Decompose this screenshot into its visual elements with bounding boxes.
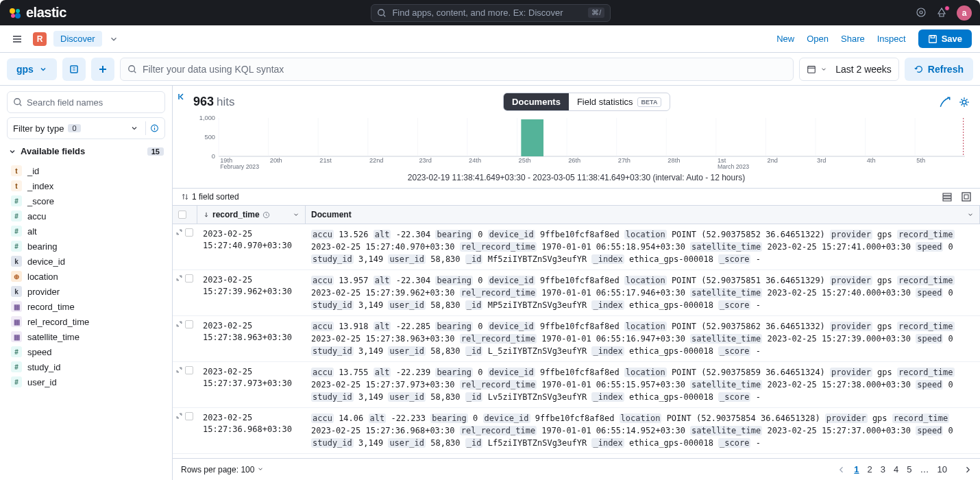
collapse-sidebar-button[interactable] xyxy=(177,91,188,102)
page-10[interactable]: 10 xyxy=(938,464,947,475)
field-item-speed[interactable]: #speed xyxy=(7,344,165,359)
rows-per-page[interactable]: Rows per page: 100 xyxy=(181,465,264,475)
sort-label[interactable]: 1 field sorted xyxy=(192,192,239,202)
svg-text:28th: 28th xyxy=(667,157,680,164)
date-picker[interactable]: Last 2 weeks xyxy=(799,58,899,81)
field-item-record_time[interactable]: ▦record_time xyxy=(7,299,165,314)
svg-text:2nd: 2nd xyxy=(768,157,778,164)
field-item-_id[interactable]: t_id xyxy=(7,163,165,178)
field-item-_score[interactable]: #_score xyxy=(7,193,165,208)
calendar-icon xyxy=(807,64,816,74)
collapse-left-icon xyxy=(177,91,188,102)
expand-icon[interactable] xyxy=(175,412,183,420)
expand-icon[interactable] xyxy=(175,366,183,374)
query-bar: gps Filter your data using KQL syntax La… xyxy=(0,53,980,86)
brand-name: elastic xyxy=(26,5,66,21)
svg-rect-15 xyxy=(808,66,816,73)
display-options-icon[interactable] xyxy=(942,191,953,202)
breadcrumb-discover[interactable]: Discover xyxy=(53,31,102,47)
select-all-checkbox[interactable] xyxy=(173,206,197,224)
field-item-satellite_time[interactable]: ▦satellite_time xyxy=(7,329,165,344)
field-item-alt[interactable]: #alt xyxy=(7,224,165,239)
refresh-button[interactable]: Refresh xyxy=(905,58,973,81)
chevron-down-icon[interactable] xyxy=(293,211,299,218)
row-checkbox[interactable] xyxy=(185,366,193,374)
save-button[interactable]: Save xyxy=(918,29,972,48)
gear-icon[interactable] xyxy=(958,96,970,108)
clock-icon xyxy=(262,211,270,219)
svg-rect-60 xyxy=(521,119,543,156)
field-item-accu[interactable]: #accu xyxy=(7,208,165,224)
field-type-icon: k xyxy=(11,256,22,267)
brand-logo[interactable]: elastic xyxy=(8,5,66,21)
row-checkbox[interactable] xyxy=(185,320,193,328)
histogram-chart[interactable]: 05001,00019thFebruary 202320th21st22nd23… xyxy=(173,115,980,170)
space-selector[interactable]: R xyxy=(33,32,47,46)
expand-icon[interactable] xyxy=(175,320,183,328)
global-search-input[interactable]: Find apps, content, and more. Ex: Discov… xyxy=(371,4,611,22)
field-item-bearing[interactable]: #bearing xyxy=(7,239,165,254)
field-item-rel_record_time[interactable]: ▦rel_record_time xyxy=(7,314,165,329)
column-document[interactable]: Document xyxy=(306,206,980,224)
svg-text:20th: 20th xyxy=(270,157,282,164)
svg-text:24th: 24th xyxy=(469,157,481,164)
field-search-input[interactable]: Search field names xyxy=(7,91,165,113)
page-1[interactable]: 1 xyxy=(854,464,859,475)
chevron-down-icon xyxy=(8,147,16,156)
row-tools xyxy=(173,408,197,453)
chevron-down-icon[interactable] xyxy=(109,34,119,44)
tab-field-statistics[interactable]: Field statisticsBETA xyxy=(569,93,670,110)
pagination: 12345…10 xyxy=(837,464,972,475)
field-name: satellite_time xyxy=(27,332,79,342)
field-name: _score xyxy=(27,196,54,206)
field-item-location[interactable]: ⊕location xyxy=(7,269,165,284)
time-range-label: 2023-02-19 11:38:41.649+03:30 - 2023-03-… xyxy=(173,170,980,188)
open-button[interactable]: Open xyxy=(807,34,829,44)
table-row: 2023-02-2515:27:37.973+03:30 accu 13.755… xyxy=(173,362,980,408)
field-item-user_id[interactable]: #user_id xyxy=(7,374,165,389)
row-checkbox[interactable] xyxy=(185,274,193,283)
column-record-time[interactable]: record_time xyxy=(197,206,306,224)
field-type-icon: # xyxy=(11,346,22,357)
help-icon[interactable] xyxy=(916,7,928,19)
row-checkbox[interactable] xyxy=(185,228,193,237)
page-5[interactable]: 5 xyxy=(907,464,911,475)
chevron-down-icon[interactable] xyxy=(967,211,974,218)
page-2[interactable]: 2 xyxy=(868,464,872,475)
inspect-button[interactable]: Inspect xyxy=(877,34,906,44)
expand-icon[interactable] xyxy=(175,274,183,282)
search-icon xyxy=(127,64,137,74)
field-item-provider[interactable]: kprovider xyxy=(7,284,165,299)
chart-edit-icon[interactable] xyxy=(939,96,951,108)
svg-point-3 xyxy=(15,13,21,19)
fullscreen-icon[interactable] xyxy=(961,191,972,202)
nav-toggle-button[interactable] xyxy=(8,30,26,48)
add-filter-button[interactable] xyxy=(91,58,114,81)
info-icon xyxy=(150,123,159,133)
search-placeholder: Find apps, content, and more. Ex: Discov… xyxy=(392,8,563,18)
available-fields-header[interactable]: Available fields 15 xyxy=(7,143,165,159)
prev-page-icon[interactable] xyxy=(837,466,846,474)
expand-icon[interactable] xyxy=(175,228,183,236)
kql-query-input[interactable]: Filter your data using KQL syntax xyxy=(120,58,794,81)
page-3[interactable]: 3 xyxy=(881,464,885,475)
data-view-selector[interactable]: gps xyxy=(7,58,57,80)
share-button[interactable]: Share xyxy=(841,34,865,44)
field-item-study_id[interactable]: #study_id xyxy=(7,359,165,374)
next-page-icon[interactable] xyxy=(964,466,972,474)
newsfeed-icon[interactable] xyxy=(936,7,948,19)
filter-by-type[interactable]: Filter by type 0 xyxy=(7,117,165,139)
new-button[interactable]: New xyxy=(776,34,794,44)
tab-documents[interactable]: Documents xyxy=(504,93,569,110)
field-name: provider xyxy=(27,287,60,297)
field-info-button[interactable] xyxy=(145,121,159,135)
field-item-device_id[interactable]: kdevice_id xyxy=(7,254,165,269)
page-4[interactable]: 4 xyxy=(894,464,898,475)
grid-header: record_time Document xyxy=(173,206,980,224)
svg-rect-9 xyxy=(931,35,934,38)
saved-query-button[interactable] xyxy=(62,58,86,81)
svg-line-18 xyxy=(20,104,22,106)
field-item-_index[interactable]: t_index xyxy=(7,178,165,193)
row-checkbox[interactable] xyxy=(185,412,193,420)
user-avatar[interactable]: a xyxy=(957,5,972,21)
